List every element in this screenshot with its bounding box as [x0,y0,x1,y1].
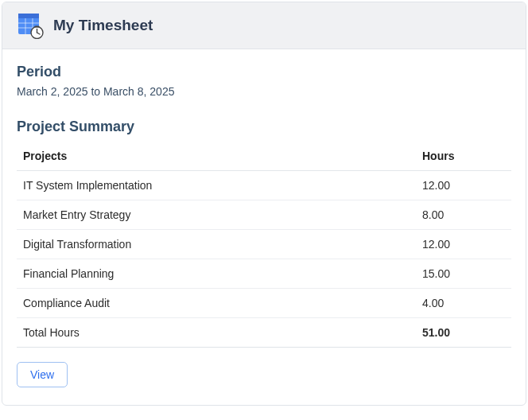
total-hours: 51.00 [416,318,511,348]
project-cell: Financial Planning [17,259,416,289]
total-label: Total Hours [17,318,416,348]
col-header-hours: Hours [416,142,511,171]
card-body: Period March 2, 2025 to March 8, 2025 Pr… [2,49,526,405]
table-row: IT System Implementation 12.00 [17,171,511,200]
period-range: March 2, 2025 to March 8, 2025 [17,85,511,98]
timesheet-icon [17,12,44,39]
hours-cell: 4.00 [416,289,511,318]
table-header-row: Projects Hours [17,142,511,171]
table-row: Compliance Audit 4.00 [17,289,511,318]
svg-rect-1 [18,14,39,18]
view-button[interactable]: View [17,362,68,387]
project-cell: Digital Transformation [17,230,416,259]
summary-label: Project Summary [17,119,511,135]
col-header-projects: Projects [17,142,416,171]
card-actions: View [17,362,511,387]
hours-cell: 12.00 [416,171,511,200]
card-header: My Timesheet [2,2,526,49]
hours-cell: 8.00 [416,200,511,230]
svg-rect-7 [35,26,40,28]
project-cell: IT System Implementation [17,171,416,200]
hours-cell: 15.00 [416,259,511,289]
table-row: Financial Planning 15.00 [17,259,511,289]
project-cell: Compliance Audit [17,289,416,318]
period-label: Period [17,64,511,80]
total-row: Total Hours 51.00 [17,318,511,348]
project-cell: Market Entry Strategy [17,200,416,230]
project-summary-table: Projects Hours IT System Implementation … [17,142,511,348]
table-row: Digital Transformation 12.00 [17,230,511,259]
timesheet-card: My Timesheet Period March 2, 2025 to Mar… [2,2,526,406]
table-row: Market Entry Strategy 8.00 [17,200,511,230]
hours-cell: 12.00 [416,230,511,259]
card-title: My Timesheet [53,17,153,34]
